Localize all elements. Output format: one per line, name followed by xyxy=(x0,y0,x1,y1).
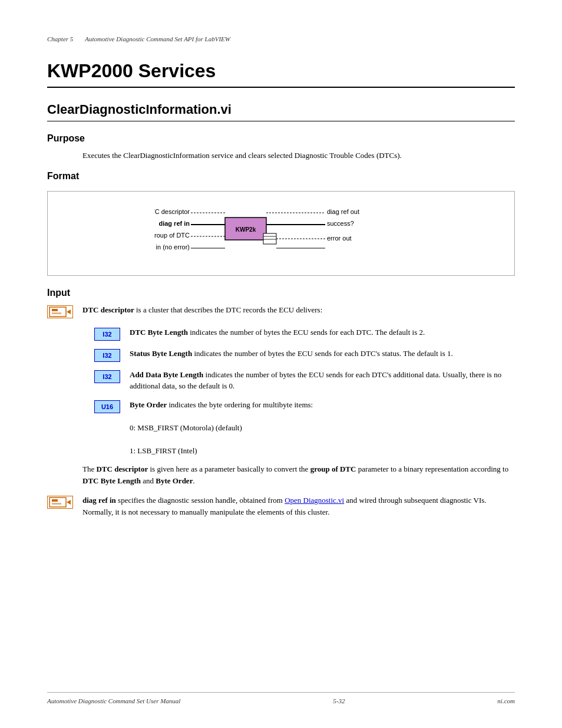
vi-title: ClearDiagnosticInformation.vi xyxy=(47,102,515,117)
svg-text:diag ref in: diag ref in xyxy=(158,220,190,227)
open-diagnostic-link[interactable]: Open Diagnostic.vi xyxy=(285,496,344,505)
svg-text:DTC descriptor: DTC descriptor xyxy=(154,208,190,215)
svg-text:group of DTC: group of DTC xyxy=(154,232,190,239)
page-footer: Automotive Diagnostic Command Set User M… xyxy=(47,692,515,704)
page-title: KWP2000 Services xyxy=(47,60,515,82)
format-heading: Format xyxy=(47,171,515,182)
svg-text:KWP2k: KWP2k xyxy=(236,226,256,233)
u16-icon-byte-order: U16 xyxy=(94,400,120,413)
svg-text:diag ref out: diag ref out xyxy=(327,208,359,215)
svg-text:error in (no error): error in (no error) xyxy=(154,243,190,251)
footer-left: Automotive Diagnostic Command Set User M… xyxy=(47,697,180,704)
purpose-heading: Purpose xyxy=(47,133,515,144)
input-item-dtc-descriptor: DTC descriptor is a cluster that describ… xyxy=(47,304,515,318)
format-section: Format DTC descriptor diag ref in group … xyxy=(47,171,515,276)
svg-marker-23 xyxy=(67,309,71,314)
footer-center: 5-32 xyxy=(333,697,345,704)
chapter-title: Automotive Diagnostic Command Set API fo… xyxy=(85,35,230,42)
format-diagram: DTC descriptor diag ref in group of DTC … xyxy=(154,201,408,266)
svg-rect-20 xyxy=(49,307,66,317)
svg-rect-10 xyxy=(263,233,276,244)
input-heading: Input xyxy=(47,288,515,298)
breadcrumb: Chapter 5 Automotive Diagnostic Command … xyxy=(47,35,515,42)
input-item-dtc-byte-length: I32 DTC Byte Length indicates the number… xyxy=(94,327,515,341)
svg-text:success?: success? xyxy=(327,220,354,227)
i32-icon-add-data-byte-length: I32 xyxy=(94,370,120,383)
dtc-descriptor-paragraph: The DTC descriptor is given here as a pa… xyxy=(82,463,515,486)
format-diagram-box: DTC descriptor diag ref in group of DTC … xyxy=(47,191,515,276)
vi-divider xyxy=(47,121,515,121)
add-data-byte-length-text: Add Data Byte Length indicates the numbe… xyxy=(130,369,515,392)
i32-icon-status-byte-length: I32 xyxy=(94,349,120,362)
purpose-text: Executes the ClearDiagnosticInformation … xyxy=(82,150,515,162)
dtc-descriptor-text: DTC descriptor is a cluster that describ… xyxy=(82,304,515,316)
input-item-status-byte-length: I32 Status Byte Length indicates the num… xyxy=(94,348,515,362)
svg-rect-22 xyxy=(52,312,61,314)
svg-rect-21 xyxy=(52,309,58,311)
title-divider xyxy=(47,87,515,88)
input-item-diag-ref-in: diag ref in specifies the diagnostic ses… xyxy=(47,495,515,518)
input-section: Input DTC descriptor is a cluster that d… xyxy=(47,288,515,518)
svg-rect-26 xyxy=(52,503,61,505)
svg-rect-25 xyxy=(52,499,58,502)
svg-text:error out: error out xyxy=(327,235,352,242)
diag-ref-in-text: diag ref in specifies the diagnostic ses… xyxy=(82,495,515,518)
status-byte-length-text: Status Byte Length indicates the number … xyxy=(130,348,515,360)
byte-order-text: Byte Order indicates the byte ordering f… xyxy=(130,399,515,457)
chapter-label: Chapter 5 xyxy=(47,35,73,42)
purpose-section: Purpose Executes the ClearDiagnosticInfo… xyxy=(47,133,515,162)
cluster-icon-diag-ref-in xyxy=(47,496,73,509)
i32-icon-dtc-byte-length: I32 xyxy=(94,328,120,341)
input-item-add-data-byte-length: I32 Add Data Byte Length indicates the n… xyxy=(94,369,515,392)
cluster-icon-dtc-descriptor xyxy=(47,305,73,318)
input-item-byte-order: U16 Byte Order indicates the byte orderi… xyxy=(94,399,515,457)
dtc-byte-length-text: DTC Byte Length indicates the number of … xyxy=(130,327,515,338)
svg-rect-24 xyxy=(49,498,66,507)
svg-marker-27 xyxy=(67,500,71,505)
footer-right: ni.com xyxy=(497,697,515,704)
